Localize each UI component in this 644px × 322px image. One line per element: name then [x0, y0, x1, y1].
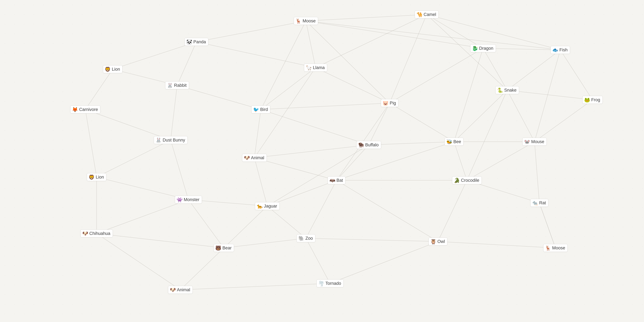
node-jaguar[interactable]: 🐆Jaguar — [255, 202, 280, 210]
svg-line-73 — [306, 238, 438, 242]
node-label-jaguar: Jaguar — [264, 204, 277, 209]
node-label-camel: Camel — [424, 12, 436, 17]
node-bear[interactable]: 🐻Bear — [214, 244, 234, 252]
node-icon-tornado: 🌪️ — [318, 281, 324, 286]
node-camel[interactable]: 🐪Camel — [415, 11, 438, 18]
node-moose1[interactable]: 🦌Moose — [294, 17, 318, 25]
svg-line-9 — [427, 14, 507, 90]
node-llama[interactable]: 🦙Llama — [304, 64, 327, 72]
svg-line-77 — [539, 203, 556, 248]
node-icon-animal2: 🐶 — [170, 288, 176, 292]
node-icon-carnivore: 🦊 — [72, 107, 78, 112]
svg-line-67 — [267, 206, 306, 238]
svg-line-3 — [306, 21, 483, 48]
svg-line-22 — [85, 69, 113, 110]
node-label-frog: Frog — [591, 98, 600, 102]
node-icon-zoo: 🐘 — [298, 236, 304, 241]
svg-line-5 — [306, 21, 390, 103]
node-label-bear: Bear — [222, 246, 232, 250]
node-mouse[interactable]: 🐭Mouse — [522, 138, 546, 146]
node-lion1[interactable]: 🦁Lion — [103, 65, 122, 73]
node-label-buffalo: Buffalo — [365, 142, 379, 148]
node-chihuahua[interactable]: 🐶Chihuahua — [80, 230, 113, 238]
svg-line-66 — [224, 206, 267, 248]
node-fish[interactable]: 🐟Fish — [550, 46, 570, 54]
svg-line-68 — [539, 203, 556, 248]
node-label-animal2: Animal — [177, 288, 190, 292]
node-panda[interactable]: 🐼Panda — [184, 38, 208, 46]
node-label-bird: Bird — [260, 107, 268, 112]
svg-line-62 — [438, 180, 467, 242]
svg-line-58 — [306, 180, 336, 238]
node-lion2[interactable]: 🦁Lion — [87, 173, 106, 181]
node-snake[interactable]: 🐍Snake — [496, 86, 519, 94]
node-bee[interactable]: 🐝Bee — [444, 138, 464, 146]
node-owl[interactable]: 🦉Owl — [428, 238, 448, 246]
svg-line-0 — [306, 14, 427, 21]
svg-line-37 — [261, 103, 390, 110]
node-frog[interactable]: 🐸Frog — [582, 96, 602, 104]
svg-line-64 — [96, 200, 188, 234]
svg-line-46 — [369, 142, 454, 145]
node-moose2[interactable]: 🦌Moose — [543, 244, 568, 252]
svg-line-74 — [306, 238, 330, 283]
svg-line-52 — [467, 142, 534, 180]
svg-line-65 — [188, 200, 224, 248]
svg-line-56 — [96, 177, 188, 200]
node-bird[interactable]: 🐦Bird — [251, 106, 270, 114]
svg-line-32 — [467, 90, 507, 180]
svg-line-10 — [390, 14, 427, 103]
node-dragon[interactable]: 🐉Dragon — [470, 44, 496, 52]
node-zoo[interactable]: 🐘Zoo — [296, 234, 316, 242]
svg-line-69 — [96, 234, 180, 290]
svg-line-29 — [507, 90, 592, 100]
node-label-snake: Snake — [504, 88, 517, 93]
svg-line-42 — [96, 140, 171, 177]
svg-line-15 — [483, 48, 507, 90]
node-icon-bat: 🦇 — [330, 178, 335, 183]
node-dustbunny[interactable]: 🐰Dust Bunny — [154, 136, 188, 144]
svg-line-27 — [171, 85, 177, 140]
node-icon-mouse: 🐭 — [524, 139, 530, 144]
svg-line-71 — [224, 238, 306, 248]
svg-line-47 — [267, 145, 369, 206]
node-icon-fish: 🐟 — [552, 48, 558, 52]
svg-line-75 — [438, 242, 556, 248]
node-icon-camel: 🐪 — [416, 12, 422, 17]
svg-line-33 — [534, 100, 592, 142]
svg-line-36 — [254, 110, 261, 158]
node-animal1[interactable]: 🐶Animal — [242, 154, 267, 162]
svg-line-48 — [454, 142, 467, 180]
svg-line-31 — [454, 90, 507, 142]
svg-line-53 — [254, 158, 267, 206]
svg-line-40 — [390, 103, 454, 142]
node-label-bee: Bee — [454, 139, 461, 144]
node-icon-bee: 🐝 — [446, 139, 452, 144]
node-label-owl: Owl — [438, 239, 445, 244]
node-crocodile[interactable]: 🐊Crocodile — [452, 176, 482, 184]
svg-line-11 — [316, 14, 427, 68]
svg-line-39 — [369, 103, 390, 145]
node-icon-moose1: 🦌 — [296, 18, 302, 23]
node-pig[interactable]: 🐷Pig — [381, 99, 398, 107]
node-icon-rabbit: 🐰 — [167, 83, 173, 88]
svg-line-60 — [336, 180, 438, 242]
node-bat[interactable]: 🦇Bat — [328, 176, 346, 184]
node-carnivore[interactable]: 🦊Carnivore — [70, 106, 100, 114]
svg-line-72 — [180, 248, 224, 290]
svg-line-20 — [560, 50, 592, 100]
svg-line-25 — [316, 68, 390, 103]
node-buffalo[interactable]: 🦬Buffalo — [356, 141, 381, 149]
svg-line-76 — [330, 242, 438, 283]
node-icon-owl: 🦉 — [430, 239, 436, 244]
svg-line-30 — [507, 90, 534, 142]
node-tornado[interactable]: 🌪️Tornado — [316, 280, 344, 288]
node-rat[interactable]: 🐀Rat — [530, 199, 548, 207]
node-animal2[interactable]: 🐶Animal — [168, 286, 193, 294]
svg-line-70 — [96, 234, 224, 248]
node-rabbit[interactable]: 🐰Rabbit — [165, 82, 189, 89]
svg-line-34 — [85, 110, 96, 177]
svg-line-44 — [254, 145, 369, 158]
node-label-dragon: Dragon — [479, 46, 494, 51]
node-monster[interactable]: 👾Monster — [175, 196, 202, 204]
